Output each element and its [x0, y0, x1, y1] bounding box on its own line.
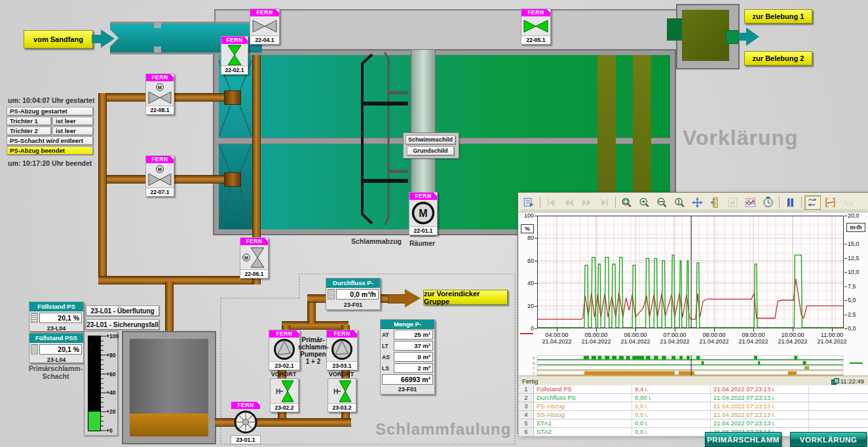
y-right-tick: 10,0 — [848, 269, 867, 275]
y-left-tick: 40 — [519, 280, 534, 286]
menge-box: Menge P-Schlamm AT 25 m³LT 37 m³AS 0 m³L… — [380, 319, 435, 395]
grundschild-button[interactable]: Grundschild — [407, 146, 454, 155]
status-row-label[interactable]: PS-Abzug beendet — [7, 146, 93, 155]
zoom-area-icon[interactable] — [618, 195, 635, 210]
nav-zur-voreindicker[interactable]: zur Voreindicker Gruppe — [423, 290, 508, 305]
footer-vorklaerung-button[interactable]: VORKLÄRUNG — [790, 432, 867, 447]
trend-status-bar: Fertig 11:22:49 — [519, 376, 868, 385]
pump-23-03-1[interactable]: FERN 23-03.1 — [326, 330, 358, 370]
legend-row[interactable]: 1Füllstand PS9,4 i.21.04.2022 07:23:13 i… — [519, 385, 868, 394]
valve-23-03-2[interactable]: H 23-03.2 — [328, 378, 356, 412]
gauge-tick-label: +80 — [106, 352, 119, 359]
curve-bracket-icon[interactable] — [822, 195, 839, 210]
status-row: PS-Abzug beendet — [7, 146, 93, 155]
tick-mark — [596, 328, 597, 332]
link-axes-icon[interactable] — [804, 195, 821, 210]
time-range-icon[interactable] — [760, 195, 776, 210]
instrument-id: 23-L04 — [29, 356, 83, 364]
status-row-label[interactable]: PS-Schacht wird entleert — [7, 136, 93, 145]
pan-icon[interactable] — [689, 195, 706, 210]
level-gauge: +100+80+60+40+20+0 — [84, 331, 118, 436]
valve-22-06-1[interactable]: FERN M 22-06.1 — [240, 237, 269, 279]
legend-series-value: 0,00 i. — [632, 394, 711, 402]
flow-arrow-icon — [101, 29, 115, 48]
curve-select-icon[interactable] — [742, 195, 759, 210]
legend-row[interactable]: 2Durchfluss PS0,00 i.21.04.2022 07:23:13… — [519, 394, 868, 402]
valve-22-08-1[interactable]: FERN M 22-08.1 — [145, 73, 174, 115]
legend-row-number: 6 — [519, 428, 534, 436]
gauge-tick-label: +40 — [106, 389, 119, 396]
properties-icon[interactable] — [521, 195, 537, 210]
schacht-label: Primärschlamm- Schacht — [16, 364, 95, 380]
footer-primaerschlamm-button[interactable]: PRIMÄRSCHLAMM — [705, 432, 782, 447]
fern-tag: FERN — [221, 37, 248, 44]
clock-icon — [831, 378, 838, 384]
instrument-id: 23-L04 — [29, 324, 83, 332]
pause-icon[interactable] — [782, 195, 799, 210]
legend-series-name: SS-Abzug — [534, 411, 632, 419]
gauge-tick-label: +20 — [106, 408, 119, 415]
tick-mark — [844, 286, 847, 287]
zoom-in-icon[interactable] — [636, 195, 652, 210]
valve-22-02-1[interactable]: FERN 22-02.1 — [221, 36, 248, 75]
legend-empty-cell — [809, 385, 868, 393]
menge-row: LT 37 m³ — [381, 340, 434, 351]
flow-arrow-icon — [405, 289, 421, 307]
pump-group-label: Primär- schlamm- Pumpen 1 + 2 — [298, 336, 328, 365]
tank-sludge — [130, 414, 208, 437]
svg-text:M: M — [244, 255, 248, 260]
menge-row-value: 25 m³ — [394, 330, 433, 340]
pump-23-02-1[interactable]: FERN 23-02.1 — [269, 330, 300, 370]
tick-mark — [714, 328, 715, 332]
zoom-x-icon[interactable] — [654, 195, 670, 210]
valve-22-04-1[interactable]: FERN 22-04.1 — [250, 9, 280, 45]
motor-valve-icon: M — [146, 81, 174, 106]
alarm-sicherungsfall-button[interactable]: 23-L01 - Sicherungsfall — [86, 319, 159, 330]
vorklaerung-title: Vorklärung — [683, 126, 799, 150]
status-row-label[interactable]: Trichter 2 — [7, 126, 51, 135]
svg-text:0: 0 — [533, 372, 535, 376]
legend-row[interactable]: 5STA10,0 i.21.04.2022 07:23:13 i. — [519, 419, 868, 428]
status-row-value[interactable]: ist leer — [52, 126, 93, 135]
series-color-key-right — [850, 362, 863, 364]
y-left-tick: 60 — [519, 258, 534, 264]
menge-row-label: AT — [382, 332, 392, 338]
hopper-outlet — [224, 90, 241, 105]
trend-plot[interactable] — [537, 216, 844, 328]
nav-zur-belebung-2[interactable]: zur Belebung 2 — [744, 51, 812, 66]
status-row-value[interactable]: ist leer — [52, 117, 93, 125]
alarm-ueberflutung-button[interactable]: 23-L01 - Überflutung — [86, 305, 159, 316]
menge-row-value: 0 m³ — [394, 352, 433, 362]
fern-tag: FERN — [146, 74, 174, 81]
tick-mark — [535, 261, 537, 262]
legend-row[interactable]: 3PS-Abzug0,0 i.21.04.2022 07:23:13 i. — [519, 402, 868, 411]
status-row-label[interactable]: PS-Abzug gestartet — [7, 107, 93, 115]
ruler-icon[interactable] — [707, 195, 723, 210]
legend-row[interactable]: 4SS-Abzug0,0 i.21.04.2022 07:23:13 i. — [519, 411, 868, 419]
instrument-value: 20,1 % — [39, 313, 82, 323]
hand-valve-icon: H — [328, 379, 356, 403]
svg-text:H: H — [730, 199, 735, 206]
raeumer-motor-22-01-1[interactable]: FERN M 22-01.1 — [409, 192, 438, 235]
valve-23-01-1[interactable]: FERN 23-01.1 — [231, 402, 260, 442]
zoom-y-icon[interactable] — [671, 195, 688, 210]
gauge-fill — [88, 412, 100, 431]
menge-row-label: LT — [382, 343, 392, 349]
valve-22-05-1[interactable]: FERN 22-05.1 — [521, 9, 551, 45]
svg-text:0: 0 — [533, 366, 535, 370]
nav-zur-belebung-1[interactable]: zur Belebung 1 — [744, 9, 812, 24]
motor-valve-icon: M — [240, 245, 268, 269]
trend-legend-table: 1Füllstand PS9,4 i.21.04.2022 07:23:13 i… — [519, 385, 868, 433]
status-row-label[interactable]: Trichter 1 — [7, 117, 51, 125]
instrument-title: Menge P-Schlamm — [381, 320, 434, 329]
tick-mark — [535, 283, 537, 284]
legend-row-number: 5 — [519, 419, 534, 427]
valve-23-02-2[interactable]: H 23-02.2 — [270, 378, 299, 412]
vorort-label: VORORT — [269, 371, 299, 378]
valve-22-07-1[interactable]: FERN M 22-07.1 — [145, 155, 174, 197]
instrument-id: 23-F01 — [326, 301, 380, 309]
legend-series-time: 21.04.2022 07:23:13 i. — [711, 402, 809, 410]
nav-vom-sandfang[interactable]: vom Sandfang — [24, 30, 93, 49]
tick-mark — [535, 328, 537, 329]
schwimmschild-button[interactable]: Schwimmschild — [406, 135, 455, 144]
